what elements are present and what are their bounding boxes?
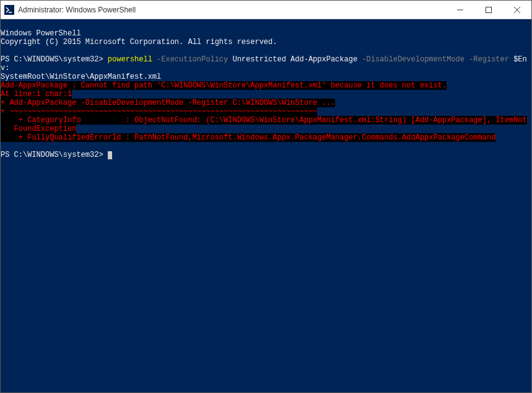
terminal-area[interactable]: Windows PowerShell Copyright (C) 2015 Mi… — [1, 19, 531, 392]
maximize-button[interactable] — [474, 1, 503, 19]
command-arg: Unrestricted Add-AppxPackage — [228, 55, 357, 64]
error-exception: FoundException — [1, 125, 76, 133]
prompt-line: PS C:\WINDOWS\system32> — [1, 151, 112, 159]
command-continuation: SystemRoot\WinStore\AppxManifest.xml — [1, 73, 161, 81]
cursor — [108, 151, 112, 159]
error-underline: + ~~~~~~~~~~~~~~~~~~~~~~~~~~~~~~~~~~~~~~… — [1, 107, 317, 116]
close-button[interactable] — [503, 1, 531, 19]
minimize-button[interactable] — [446, 1, 474, 19]
banner-line: Windows PowerShell — [1, 29, 81, 38]
error-message: Add-AppxPackage : Cannot find path 'C:\W… — [1, 81, 447, 90]
error-category-info: + CategoryInfo : ObjectNotFound: (C:\WIN… — [1, 116, 527, 125]
svg-rect-3 — [486, 7, 492, 12]
command-flag: -DisableDevelopmentMode -Register — [357, 55, 509, 64]
prompt-text: PS C:\WINDOWS\system32> — [1, 55, 108, 64]
error-id: + FullyQualifiedErrorId : PathNotFound,M… — [1, 133, 495, 142]
prompt-text: PS C:\WINDOWS\system32> — [1, 151, 108, 159]
command-line-1: PS C:\WINDOWS\system32> powershell -Exec… — [1, 55, 527, 73]
command-flag: -ExecutionPolicy — [152, 55, 228, 64]
window-title: Administrator: Windows PowerShell — [18, 6, 446, 14]
powershell-icon — [4, 5, 14, 15]
copyright-line: Copyright (C) 2015 Microsoft Corporation… — [1, 38, 277, 46]
titlebar[interactable]: Administrator: Windows PowerShell — [1, 1, 531, 19]
window-controls — [446, 1, 531, 19]
command-name: powershell — [108, 55, 152, 64]
error-statement: + Add-AppxPackage -DisableDevelopmentMod… — [1, 99, 335, 107]
powershell-window: Administrator: Windows PowerShell Window… — [0, 0, 532, 393]
error-location: At line:1 char:1 — [1, 90, 72, 99]
